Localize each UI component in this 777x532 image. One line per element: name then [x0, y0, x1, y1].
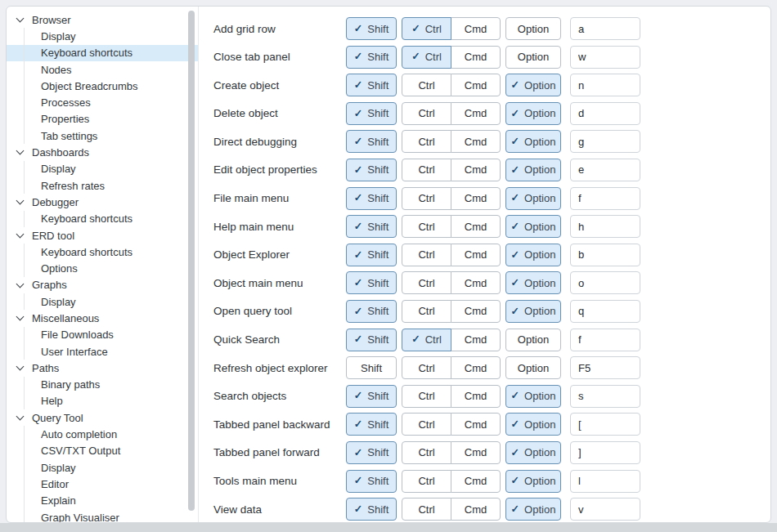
ctrl-toggle[interactable]: ✓Ctrl — [402, 385, 451, 408]
tree-item-editor[interactable]: Editor — [7, 476, 198, 492]
tree-item-keyboard-shortcuts[interactable]: Keyboard shortcuts — [7, 45, 198, 61]
cmd-toggle[interactable]: ✓Cmd — [451, 300, 501, 323]
shift-toggle[interactable]: ✓Shift — [346, 17, 397, 40]
key-input[interactable] — [570, 187, 640, 210]
ctrl-toggle[interactable]: ✓Ctrl — [402, 470, 451, 493]
tree-item-binary-paths[interactable]: Binary paths — [7, 377, 198, 393]
sidebar-scrollbar-thumb[interactable] — [188, 11, 195, 511]
tree-item-object-breadcrumbs[interactable]: Object Breadcrumbs — [7, 78, 198, 94]
chevron-down-icon[interactable] — [16, 413, 25, 421]
cmd-toggle[interactable]: ✓Cmd — [451, 470, 501, 493]
key-input[interactable] — [570, 271, 640, 294]
chevron-down-icon[interactable] — [16, 197, 25, 205]
tree-item-display[interactable]: Display — [7, 459, 198, 476]
key-input[interactable] — [570, 74, 640, 96]
option-toggle[interactable]: ✓Option — [505, 102, 561, 125]
tree-item-dashboards[interactable]: Dashboards — [7, 144, 198, 160]
key-input[interactable] — [570, 17, 640, 40]
option-toggle[interactable]: ✓Option — [505, 470, 561, 493]
chevron-down-icon[interactable] — [16, 230, 25, 238]
ctrl-toggle[interactable]: ✓Ctrl — [402, 17, 451, 40]
tree-item-tab-settings[interactable]: Tab settings — [7, 127, 198, 144]
key-input[interactable] — [570, 385, 640, 408]
tree-item-keyboard-shortcuts[interactable]: Keyboard shortcuts — [7, 211, 198, 227]
cmd-toggle[interactable]: ✓Cmd — [451, 159, 501, 181]
tree-item-display[interactable]: Display — [7, 293, 198, 310]
cmd-toggle[interactable]: ✓Cmd — [451, 498, 501, 521]
option-toggle[interactable]: ✓Option — [505, 215, 561, 238]
cmd-toggle[interactable]: ✓Cmd — [451, 329, 501, 351]
key-input[interactable] — [570, 130, 640, 153]
cmd-toggle[interactable]: ✓Cmd — [451, 187, 501, 210]
key-input[interactable] — [570, 159, 640, 181]
option-toggle[interactable]: ✓Option — [505, 17, 561, 40]
tree-item-graph-visualiser[interactable]: Graph Visualiser — [7, 509, 198, 522]
cmd-toggle[interactable]: ✓Cmd — [451, 130, 501, 153]
shift-toggle[interactable]: ✓Shift — [346, 385, 397, 408]
shift-toggle[interactable]: ✓Shift — [346, 356, 397, 379]
shift-toggle[interactable]: ✓Shift — [346, 498, 397, 521]
tree-item-auto-completion[interactable]: Auto completion — [7, 426, 198, 442]
shift-toggle[interactable]: ✓Shift — [346, 300, 397, 323]
ctrl-toggle[interactable]: ✓Ctrl — [402, 215, 451, 238]
key-input[interactable] — [570, 300, 640, 323]
cmd-toggle[interactable]: ✓Cmd — [451, 356, 501, 379]
option-toggle[interactable]: ✓Option — [505, 441, 561, 464]
ctrl-toggle[interactable]: ✓Ctrl — [402, 441, 451, 464]
tree-item-csv-txt-output[interactable]: CSV/TXT Output — [7, 443, 198, 459]
cmd-toggle[interactable]: ✓Cmd — [451, 46, 501, 69]
tree-item-display[interactable]: Display — [7, 28, 198, 44]
option-toggle[interactable]: ✓Option — [505, 385, 561, 408]
key-input[interactable] — [570, 215, 640, 238]
cmd-toggle[interactable]: ✓Cmd — [451, 244, 501, 266]
cmd-toggle[interactable]: ✓Cmd — [451, 215, 501, 238]
key-input[interactable] — [570, 356, 640, 379]
chevron-down-icon[interactable] — [16, 363, 25, 371]
option-toggle[interactable]: ✓Option — [505, 187, 561, 210]
option-toggle[interactable]: ✓Option — [505, 46, 561, 69]
key-input[interactable] — [570, 470, 640, 493]
cmd-toggle[interactable]: ✓Cmd — [451, 441, 501, 464]
shift-toggle[interactable]: ✓Shift — [346, 441, 397, 464]
shift-toggle[interactable]: ✓Shift — [346, 46, 397, 69]
ctrl-toggle[interactable]: ✓Ctrl — [402, 102, 451, 125]
tree-item-properties[interactable]: Properties — [7, 111, 198, 127]
tree-item-query-tool[interactable]: Query Tool — [7, 409, 198, 426]
key-input[interactable] — [570, 413, 640, 436]
option-toggle[interactable]: ✓Option — [505, 130, 561, 153]
cmd-toggle[interactable]: ✓Cmd — [451, 385, 501, 408]
key-input[interactable] — [570, 329, 640, 351]
tree-item-debugger[interactable]: Debugger — [7, 194, 198, 210]
chevron-down-icon[interactable] — [16, 15, 25, 23]
ctrl-toggle[interactable]: ✓Ctrl — [402, 244, 451, 266]
cmd-toggle[interactable]: ✓Cmd — [451, 74, 501, 96]
option-toggle[interactable]: ✓Option — [505, 356, 561, 379]
option-toggle[interactable]: ✓Option — [505, 244, 561, 266]
cmd-toggle[interactable]: ✓Cmd — [451, 271, 501, 294]
option-toggle[interactable]: ✓Option — [505, 300, 561, 323]
option-toggle[interactable]: ✓Option — [505, 329, 561, 351]
ctrl-toggle[interactable]: ✓Ctrl — [402, 271, 451, 294]
shift-toggle[interactable]: ✓Shift — [346, 74, 397, 96]
shift-toggle[interactable]: ✓Shift — [346, 271, 397, 294]
shift-toggle[interactable]: ✓Shift — [346, 159, 397, 181]
key-input[interactable] — [570, 46, 640, 69]
cmd-toggle[interactable]: ✓Cmd — [451, 102, 501, 125]
tree-item-graphs[interactable]: Graphs — [7, 277, 198, 293]
ctrl-toggle[interactable]: ✓Ctrl — [402, 187, 451, 210]
shift-toggle[interactable]: ✓Shift — [346, 130, 397, 153]
option-toggle[interactable]: ✓Option — [505, 74, 561, 96]
tree-item-processes[interactable]: Processes — [7, 94, 198, 110]
tree-item-browser[interactable]: Browser — [7, 11, 198, 28]
cmd-toggle[interactable]: ✓Cmd — [451, 17, 501, 40]
shift-toggle[interactable]: ✓Shift — [346, 244, 397, 266]
ctrl-toggle[interactable]: ✓Ctrl — [402, 300, 451, 323]
shift-toggle[interactable]: ✓Shift — [346, 102, 397, 125]
shift-toggle[interactable]: ✓Shift — [346, 413, 397, 436]
tree-item-options[interactable]: Options — [7, 260, 198, 276]
tree-item-miscellaneous[interactable]: Miscellaneous — [7, 310, 198, 326]
key-input[interactable] — [570, 498, 640, 521]
ctrl-toggle[interactable]: ✓Ctrl — [402, 329, 451, 351]
option-toggle[interactable]: ✓Option — [505, 413, 561, 436]
shift-toggle[interactable]: ✓Shift — [346, 215, 397, 238]
